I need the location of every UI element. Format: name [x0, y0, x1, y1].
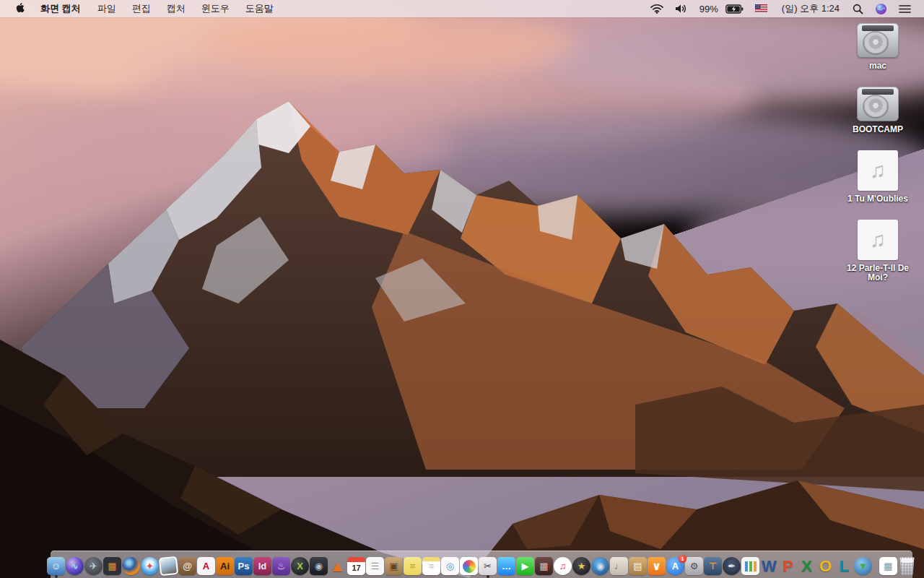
audio-file-1-tu-moublies[interactable]: ♫1 Tu M'Oublies	[836, 150, 920, 204]
dock-siri[interactable]: ∿	[66, 557, 84, 575]
apple-menu[interactable]	[10, 3, 32, 14]
dock-grab-screen-capture[interactable]: ✂	[479, 557, 497, 575]
menu-file[interactable]: 파일	[90, 2, 124, 15]
dock-acrobat-reader[interactable]: A	[197, 557, 215, 575]
dock-photos[interactable]	[460, 557, 478, 575]
volume-icon	[675, 4, 688, 14]
dock-notes[interactable]: ≡	[422, 557, 440, 575]
dock-web-downloader[interactable]: ▼	[854, 557, 872, 575]
dock-imovie[interactable]: ★	[572, 557, 590, 575]
messages-glyph: …	[502, 561, 511, 571]
volume-bootcamp[interactable]: BOOTCAMP	[836, 87, 920, 134]
dock-photoshop[interactable]: Ps	[235, 557, 253, 575]
excel-glyph: X	[801, 558, 812, 574]
siri-icon: ∿	[66, 557, 84, 575]
launchpad-glyph: ✈	[90, 561, 97, 571]
mission-control-glyph: ▦	[108, 561, 116, 571]
audio-file-icon: ♫	[858, 220, 898, 260]
dock-lync[interactable]: L	[835, 557, 853, 575]
disk-utility-app-glyph: ◉	[315, 561, 323, 571]
calendar-icon: 17	[347, 557, 365, 575]
preview-icon: ◎	[441, 557, 459, 575]
dock-facetime[interactable]: ▶	[516, 557, 534, 575]
menu-window[interactable]: 윈도우	[193, 2, 237, 15]
photo-booth-glyph: ▦	[539, 561, 548, 571]
audio-file-12-parle-t-il-de-moi[interactable]: ♫12 Parle-T-Il De Moi?	[836, 220, 920, 282]
disk-utility-app-icon: ◉	[310, 557, 328, 575]
siri-menu-extra[interactable]	[869, 3, 893, 15]
dock-pages[interactable]: ✒	[723, 557, 741, 575]
dock-photo-booth[interactable]: ▦	[535, 557, 553, 575]
garageband-icon: ♩	[610, 557, 628, 575]
menu-help[interactable]: 도움말	[237, 2, 282, 15]
dock-disk-utility-app[interactable]: ◉	[310, 557, 328, 575]
dock-document-file[interactable]: ▦	[879, 557, 897, 575]
desktop-icon-label: BOOTCAMP	[853, 125, 903, 134]
dock-outlook[interactable]: O	[816, 557, 834, 575]
dock-stickies[interactable]: ≡	[404, 557, 422, 575]
app-store-glyph: A	[672, 561, 679, 571]
dock-keynote[interactable]: ⊤	[704, 557, 722, 575]
dock-launchpad[interactable]: ✈	[84, 557, 103, 575]
dock-messages[interactable]: …	[497, 557, 515, 575]
reminders-icon: ☰	[366, 557, 384, 575]
dock-itunes[interactable]: ♫	[554, 557, 572, 575]
dock-firefox[interactable]	[122, 557, 140, 575]
dock-numbers[interactable]	[741, 557, 759, 575]
illustrator-icon: Ai	[216, 557, 234, 575]
dock-system-preferences[interactable]: ⚙	[685, 557, 703, 575]
indesign-icon: Id	[253, 557, 271, 575]
dock-indesign[interactable]: Id	[253, 557, 271, 575]
dock-dvd-player[interactable]: ◉	[591, 557, 609, 575]
volume-mac[interactable]: mac	[836, 23, 920, 71]
dock-app-store[interactable]: A1	[666, 557, 684, 575]
active-app-menu[interactable]: 화면 캡처	[32, 2, 90, 15]
grab-screen-capture-icon: ✂	[479, 557, 497, 575]
powerpoint-icon: P	[779, 557, 797, 575]
menu-clock[interactable]: (일) 오후 1:24	[773, 2, 847, 15]
dock-illustrator[interactable]: Ai	[216, 557, 234, 575]
dock-x-converter-app[interactable]: X	[291, 557, 309, 575]
dock-preview[interactable]: ◎	[441, 557, 459, 575]
dock-ibooks[interactable]: ∨	[648, 557, 666, 575]
messages-icon: …	[497, 557, 515, 575]
dock-reminders[interactable]: ☰	[366, 557, 384, 575]
dock-trash[interactable]	[898, 557, 916, 575]
dock-mission-control[interactable]: ▦	[103, 557, 121, 575]
dvd-player-glyph: ◉	[596, 561, 604, 571]
volume-menu-extra[interactable]	[669, 4, 694, 14]
input-source-menu-extra[interactable]	[749, 4, 773, 13]
battery-menu-extra[interactable]	[720, 4, 749, 14]
dock-word[interactable]: W	[760, 557, 778, 575]
dock-image-viewer[interactable]	[160, 557, 178, 575]
outlook-icon: O	[816, 557, 834, 575]
indesign-glyph: Id	[258, 561, 267, 571]
dock-garageband[interactable]: ♩	[610, 557, 628, 575]
dock-contacts[interactable]: @	[178, 557, 196, 575]
dock: ☺∿✈▦✦@AAiPsId♨X◉▲17☰▣≡≡◎✂…▶▦♫★◉♩▤∨A1⚙⊤✒W…	[51, 551, 912, 578]
menu-capture[interactable]: 캡처	[159, 2, 193, 15]
wifi-menu-extra[interactable]	[645, 4, 669, 14]
notification-center-menu-extra[interactable]	[893, 4, 917, 14]
facetime-icon: ▶	[516, 557, 534, 575]
spotlight-menu-extra[interactable]	[847, 4, 869, 14]
dock-finder[interactable]: ☺	[47, 557, 65, 575]
stuffit-expander-icon: ▣	[385, 557, 403, 575]
dock-comic-life[interactable]: ▤	[629, 557, 647, 575]
battery-charging-icon	[725, 4, 744, 14]
us-flag-input-icon	[755, 4, 767, 13]
menu-edit[interactable]: 편집	[124, 2, 159, 15]
toast-titanium-icon: ♨	[272, 557, 290, 575]
excel-icon: X	[798, 557, 816, 575]
dock-stuffit-expander[interactable]: ▣	[385, 557, 403, 575]
word-glyph: W	[762, 558, 777, 574]
imovie-glyph: ★	[578, 561, 586, 571]
dock-safari[interactable]: ✦	[141, 557, 159, 575]
dock-toast-titanium[interactable]: ♨	[272, 557, 290, 575]
dock-vlc[interactable]: ▲	[328, 557, 346, 575]
dock-calendar[interactable]: 17	[347, 557, 365, 575]
dock-excel[interactable]: X	[798, 557, 816, 575]
itunes-icon: ♫	[554, 557, 572, 575]
dock-powerpoint[interactable]: P	[779, 557, 797, 575]
vlc-glyph: ▲	[330, 558, 346, 574]
